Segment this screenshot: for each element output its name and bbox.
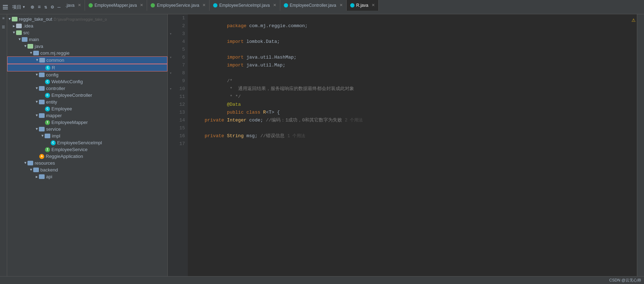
tab-employee-service-impl-label: EmployeeServiceImpl.java [219, 3, 270, 8]
tree-project-root[interactable]: ▼ reggie_take_out D:\javaProgram\reggie_… [7, 16, 167, 23]
fold-10[interactable]: ▾ [168, 85, 173, 93]
impl-arrow: ▼ [41, 134, 44, 138]
employeemapper-icon: I [45, 120, 50, 125]
tree-resources-folder[interactable]: ▼ resources [7, 160, 167, 166]
tree-employeeserviceimpl-file[interactable]: C EmployeeServiceImpl [7, 139, 167, 146]
backend-folder-icon [33, 168, 39, 172]
hamburger-icon[interactable] [3, 5, 8, 9]
tree-impl-folder[interactable]: ▼ impl [7, 133, 167, 139]
settings-icon[interactable]: ⚙ [51, 4, 54, 10]
tree-idea-folder[interactable]: ▶ .idea [7, 23, 167, 29]
fold-4 [168, 38, 173, 46]
line-numbers: 1 2 3 4 5 6 7 8 9 10 11 12 13 14 15 16 1 [173, 14, 188, 276]
tab-employee-service-icon [151, 3, 155, 8]
tabs-bar: .java ✕ EmployeeMapper.java ✕ EmployeeSe… [62, 0, 641, 14]
fold-7 [168, 61, 173, 69]
impl-folder-label: impl [52, 133, 60, 139]
code-line-15 [193, 124, 631, 132]
tree-webmvcconfig-file[interactable]: C WebMvcConfig [7, 78, 167, 85]
entity-folder-label: entity [46, 99, 57, 105]
tab-employee-mapper-close[interactable]: ✕ [140, 3, 143, 8]
tab-employee-mapper[interactable]: EmployeeMapper.java ✕ [85, 0, 147, 11]
tab-employee-service[interactable]: EmployeeService.java ✕ [147, 0, 210, 11]
fold-8[interactable]: ▾ [168, 69, 173, 77]
tree-config-folder[interactable]: ▼ config [7, 71, 167, 78]
service-folder-icon [39, 127, 45, 131]
tree-main-folder[interactable]: ▼ main [7, 36, 167, 43]
left-bar-icon-1[interactable]: ≡ [1, 17, 5, 19]
status-right-text: CSDN @云无心帅 [609, 278, 641, 283]
list-icon[interactable]: ≡ [38, 4, 41, 10]
tab-java-close[interactable]: ✕ [78, 3, 81, 8]
tab-java-label: .java [65, 3, 74, 8]
tab-employee-controller-close[interactable]: ✕ [339, 3, 343, 8]
src-folder-icon [16, 30, 22, 35]
warning-badge: ⚠ [632, 16, 635, 24]
code-editor[interactable]: ▾ ▾ ▾ ▾ 1 [168, 14, 637, 276]
fold-15 [168, 124, 173, 132]
tree-employee-file[interactable]: C Employee [7, 105, 167, 112]
tab-employee-service-impl[interactable]: EmployeeServiceImpl.java ✕ [210, 0, 280, 11]
tree-employeeservice-file[interactable]: I EmployeeService [7, 146, 167, 153]
fold-16 [168, 132, 173, 140]
tree-employeecontroller-file[interactable]: C EmployeeController [7, 92, 167, 99]
fold-6[interactable]: ▾ [168, 54, 173, 61]
webmvcconfig-label: WebMvcConfig [51, 79, 83, 84]
main-arrow: ▼ [19, 38, 21, 41]
tab-r-java-close[interactable]: ✕ [372, 3, 375, 8]
tree-r-file[interactable]: C R [7, 64, 167, 71]
tab-r-java-icon [350, 3, 354, 8]
tree-entity-folder[interactable]: ▼ entity [7, 99, 167, 105]
add-icon[interactable]: ⊕ [31, 4, 34, 11]
code-content[interactable]: package com.mj.reggie.common; import lom… [188, 14, 637, 276]
tab-employee-service-impl-icon [213, 3, 217, 8]
common-folder-icon [39, 58, 45, 63]
api-arrow: ▶ [36, 175, 38, 179]
config-folder-label: config [46, 72, 59, 78]
project-root-name: reggie_take_out [19, 16, 52, 22]
impl-folder-icon [45, 134, 50, 138]
fold-12 [168, 101, 173, 109]
tree-backend-folder[interactable]: ▼ backend [7, 166, 167, 173]
api-folder-label: api [46, 174, 52, 179]
left-bar-icon-2[interactable]: ☰ [1, 25, 5, 29]
fold-13 [168, 109, 173, 116]
code-line-14: private Integer code; //编码：1成功，0和其它数字为失败… [193, 116, 631, 124]
tree-api-folder[interactable]: ▶ api [7, 173, 167, 180]
tree-java-folder[interactable]: ▼ java [7, 43, 167, 50]
project-root-arrow: ▼ [9, 17, 11, 21]
java-folder-icon [27, 44, 33, 49]
project-chevron[interactable]: ▾ [23, 5, 25, 9]
fold-3[interactable]: ▾ [168, 30, 173, 38]
reggieapplication-label: ReggieApplication [46, 154, 83, 159]
fold-11 [168, 93, 173, 101]
minimize-icon[interactable]: — [57, 4, 60, 10]
fold-column: ▾ ▾ ▾ ▾ [168, 14, 173, 276]
tree-mapper-folder[interactable]: ▼ mapper [7, 112, 167, 119]
tab-employee-service-impl-close[interactable]: ✕ [273, 3, 276, 8]
employee-label: Employee [51, 106, 72, 111]
main-layout: ≡ ☰ ▼ reggie_take_out D:\javaProgram\reg… [0, 14, 644, 276]
controller-folder-icon [39, 86, 45, 91]
tree-employeemapper-file[interactable]: I EmployeeMapper [7, 119, 167, 126]
config-folder-icon [39, 73, 45, 77]
sort-icon[interactable]: ⇅ [44, 4, 47, 10]
employeecontroller-icon: C [45, 93, 50, 98]
tab-employee-controller-icon [284, 3, 288, 8]
tree-src-folder[interactable]: ▼ src [7, 29, 167, 36]
code-line-1: package com.mj.reggie.common; [193, 14, 631, 22]
tree-controller-folder[interactable]: ▼ controller [7, 85, 167, 92]
tab-java[interactable]: .java ✕ [62, 0, 85, 11]
config-arrow: ▼ [36, 73, 38, 77]
backend-folder-label: backend [40, 167, 58, 173]
tab-employee-controller[interactable]: EmployeeController.java ✕ [280, 0, 347, 11]
tab-r-java[interactable]: R.java ✕ [347, 0, 379, 11]
tab-employee-service-close[interactable]: ✕ [202, 3, 206, 8]
tree-service-folder[interactable]: ▼ service [7, 126, 167, 133]
controller-arrow: ▼ [36, 86, 38, 90]
tree-com-mj-reggie[interactable]: ▼ com.mj.reggie [7, 50, 167, 56]
project-label[interactable]: 项目 [12, 4, 21, 10]
code-info-16: 1 个用法 [287, 132, 305, 140]
tree-reggieapplication-file[interactable]: A ReggieApplication [7, 153, 167, 160]
tree-common-folder[interactable]: ▼ common [7, 56, 167, 64]
